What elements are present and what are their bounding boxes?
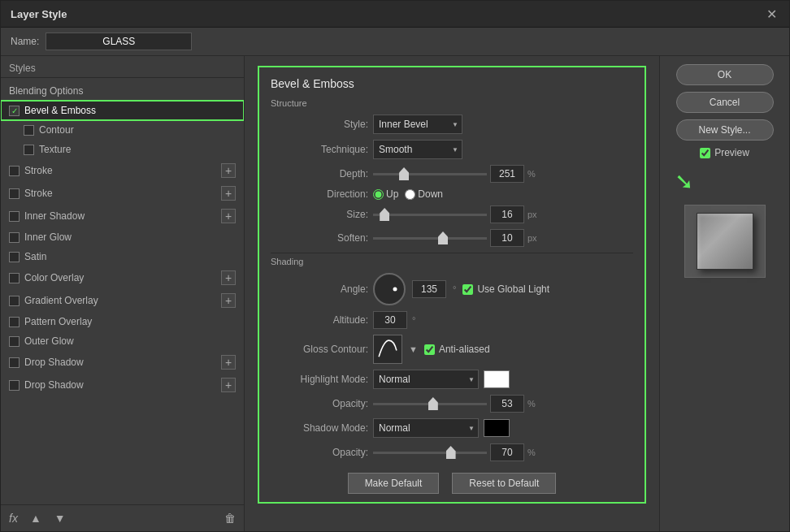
pattern-overlay-checkbox[interactable] bbox=[9, 317, 20, 327]
color-overlay-plus-btn[interactable]: + bbox=[221, 270, 236, 285]
sidebar-item-stroke-2[interactable]: Stroke + bbox=[1, 182, 244, 205]
style-select[interactable]: Inner Bevel Outer Bevel Emboss Pillow Em… bbox=[373, 115, 462, 134]
color-overlay-label: Color Overlay bbox=[24, 272, 84, 283]
shadow-mode-select-wrap: Normal Dissolve Multiply Screen Overlay bbox=[373, 418, 479, 438]
use-global-light-checkbox[interactable] bbox=[462, 284, 473, 295]
inner-glow-checkbox[interactable] bbox=[9, 232, 20, 243]
direction-down-input[interactable] bbox=[405, 189, 415, 200]
styles-header: Styles bbox=[1, 56, 244, 78]
name-input[interactable] bbox=[46, 32, 192, 50]
sidebar-item-inner-shadow[interactable]: Inner Shadow + bbox=[1, 205, 244, 227]
drop-shadow2-plus-btn[interactable]: + bbox=[221, 378, 236, 392]
soften-input[interactable] bbox=[490, 229, 524, 247]
depth-label: Depth: bbox=[271, 168, 368, 179]
angle-unit: ° bbox=[453, 284, 456, 294]
gloss-contour-label: Gloss Contour: bbox=[271, 344, 368, 355]
drop-shadow1-plus-btn[interactable]: + bbox=[221, 355, 236, 370]
make-default-button[interactable]: Make Default bbox=[348, 473, 440, 494]
stroke1-checkbox[interactable] bbox=[9, 166, 20, 176]
sidebar-item-drop-shadow-2[interactable]: Drop Shadow + bbox=[1, 374, 244, 396]
gradient-overlay-plus-btn[interactable]: + bbox=[221, 293, 236, 308]
stroke2-checkbox[interactable] bbox=[9, 188, 20, 199]
highlight-color-swatch[interactable] bbox=[484, 370, 510, 388]
highlight-opacity-slider[interactable] bbox=[373, 403, 487, 405]
sidebar-item-drop-shadow-1[interactable]: Drop Shadow + bbox=[1, 351, 244, 374]
size-input[interactable] bbox=[490, 205, 524, 223]
shadow-color-swatch[interactable] bbox=[484, 419, 510, 437]
move-up-button[interactable]: ▲ bbox=[26, 510, 46, 526]
gloss-contour-row: Gloss Contour: ▼ Anti-aliased bbox=[271, 335, 633, 364]
shadow-opacity-input[interactable] bbox=[490, 443, 524, 461]
close-button[interactable]: ✕ bbox=[763, 6, 779, 22]
direction-up-input[interactable] bbox=[373, 189, 384, 200]
angle-input[interactable] bbox=[412, 280, 446, 298]
anti-aliased-row[interactable]: Anti-aliased bbox=[424, 344, 490, 355]
sidebar-item-texture[interactable]: Texture bbox=[1, 140, 244, 159]
depth-row: Depth: % bbox=[271, 165, 633, 183]
bottom-buttons: Make Default Reset to Default bbox=[271, 473, 633, 494]
stroke1-plus-btn[interactable]: + bbox=[221, 163, 236, 178]
color-overlay-checkbox[interactable] bbox=[9, 273, 20, 283]
highlight-opacity-input[interactable] bbox=[490, 395, 524, 413]
direction-down-radio[interactable]: Down bbox=[405, 188, 443, 200]
drop-shadow2-checkbox[interactable] bbox=[9, 380, 20, 391]
shadow-mode-select[interactable]: Normal Dissolve Multiply Screen Overlay bbox=[373, 418, 479, 438]
technique-select[interactable]: Smooth Chisel Hard Chisel Soft bbox=[373, 140, 462, 159]
depth-slider[interactable] bbox=[373, 173, 487, 175]
preview-arrow-icon: ➘ bbox=[675, 168, 693, 195]
bevel-emboss-checkbox[interactable]: ✓ bbox=[9, 106, 20, 116]
sidebar-item-satin[interactable]: Satin bbox=[1, 247, 244, 266]
inner-shadow-plus-btn[interactable]: + bbox=[221, 209, 236, 223]
highlight-mode-label: Highlight Mode: bbox=[271, 374, 368, 385]
altitude-input[interactable] bbox=[373, 311, 407, 329]
drop-shadow1-label: Drop Shadow bbox=[24, 357, 84, 368]
sidebar-item-outer-glow[interactable]: Outer Glow bbox=[1, 331, 244, 351]
contour-checkbox[interactable] bbox=[24, 125, 34, 136]
sidebar-item-blending-options[interactable]: Blending Options bbox=[1, 81, 244, 101]
soften-slider[interactable] bbox=[373, 237, 487, 240]
reset-to-default-button[interactable]: Reset to Default bbox=[452, 473, 556, 494]
contour-dropdown-arrow[interactable]: ▼ bbox=[409, 344, 418, 354]
technique-select-wrap: Smooth Chisel Hard Chisel Soft bbox=[373, 140, 462, 159]
new-style-button[interactable]: New Style... bbox=[676, 119, 774, 141]
preview-thumbnail bbox=[684, 205, 766, 278]
depth-unit: % bbox=[527, 169, 536, 179]
sidebar-item-contour[interactable]: Contour bbox=[1, 120, 244, 140]
sidebar-item-inner-glow[interactable]: Inner Glow bbox=[1, 227, 244, 247]
shadow-opacity-slider-container: % bbox=[373, 443, 536, 461]
sidebar-item-gradient-overlay[interactable]: Gradient Overlay + bbox=[1, 289, 244, 312]
drop-shadow1-checkbox[interactable] bbox=[9, 357, 20, 368]
bevel-emboss-panel: Bevel & Emboss Structure Style: Inner Be… bbox=[258, 66, 646, 504]
size-slider-container: px bbox=[373, 205, 537, 223]
name-row: Name: bbox=[1, 28, 789, 56]
depth-input[interactable] bbox=[490, 165, 524, 183]
delete-button[interactable]: 🗑 bbox=[224, 512, 236, 525]
sidebar-item-bevel-emboss[interactable]: ✓ Bevel & Emboss bbox=[1, 101, 244, 120]
angle-wheel[interactable] bbox=[373, 273, 406, 305]
direction-down-label: Down bbox=[418, 188, 443, 200]
gradient-overlay-checkbox[interactable] bbox=[9, 296, 20, 306]
use-global-light-row[interactable]: Use Global Light bbox=[462, 283, 549, 295]
sidebar-item-pattern-overlay[interactable]: Pattern Overlay bbox=[1, 312, 244, 331]
cancel-button[interactable]: Cancel bbox=[676, 92, 774, 113]
size-slider[interactable] bbox=[373, 214, 487, 216]
sidebar-item-stroke-1[interactable]: Stroke + bbox=[1, 159, 244, 182]
anti-aliased-checkbox[interactable] bbox=[424, 344, 435, 355]
highlight-opacity-unit: % bbox=[527, 399, 536, 409]
preview-checkbox[interactable] bbox=[700, 148, 710, 158]
texture-checkbox[interactable] bbox=[24, 145, 34, 155]
satin-checkbox[interactable] bbox=[9, 252, 20, 262]
inner-shadow-checkbox[interactable] bbox=[9, 211, 20, 222]
style-row: Style: Inner Bevel Outer Bevel Emboss Pi… bbox=[271, 115, 633, 134]
drop-shadow2-label: Drop Shadow bbox=[24, 379, 84, 391]
shadow-opacity-slider[interactable] bbox=[373, 452, 487, 454]
direction-up-radio[interactable]: Up bbox=[373, 188, 398, 200]
styles-list: Blending Options ✓ Bevel & Emboss Contou… bbox=[1, 78, 244, 504]
sidebar-item-color-overlay[interactable]: Color Overlay + bbox=[1, 266, 244, 289]
ok-button[interactable]: OK bbox=[676, 64, 774, 85]
highlight-mode-select[interactable]: Normal Dissolve Multiply Screen Overlay bbox=[373, 370, 479, 389]
stroke2-plus-btn[interactable]: + bbox=[221, 186, 236, 201]
move-down-button[interactable]: ▼ bbox=[50, 510, 70, 526]
outer-glow-checkbox[interactable] bbox=[9, 336, 20, 347]
gloss-contour-preview[interactable] bbox=[373, 335, 402, 364]
